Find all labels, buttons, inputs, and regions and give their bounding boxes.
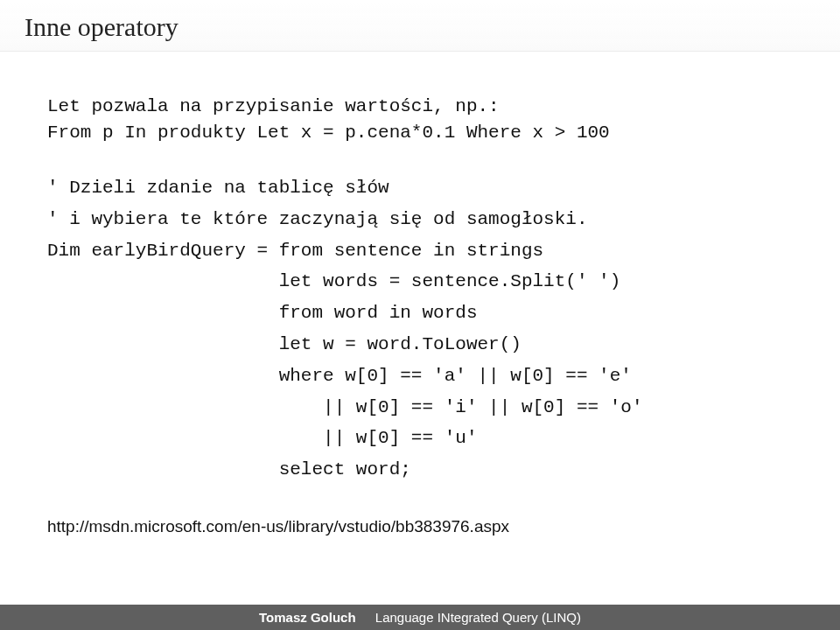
code-line-1: Dim earlyBirdQuery = from sentence in st… [47,238,793,264]
footer-author: Tomasz Goluch [259,610,356,625]
footer-author-text: Tomasz Goluch [259,610,356,625]
code-line-7: || w[0] == 'u' [47,425,793,452]
code-line-2: let words = sentence.Split(' ') [47,269,793,295]
slide-title: Inne operatory [0,0,840,52]
code-line-8: select word; [47,457,793,483]
code-line-4: let w = word.ToLower() [47,332,793,358]
reference-link: http://msdn.microsoft.com/en-us/library/… [47,514,793,539]
code-comment-1: ' Dzieli zdanie na tablicę słów [47,175,793,201]
code-line-5: where w[0] == 'a' || w[0] == 'e' [47,363,793,389]
intro-text-2: From p In produkty Let x = p.cena*0.1 Wh… [47,120,793,146]
intro-text-1: Let pozwala na przypisanie wartości, np.… [47,94,793,120]
code-comment-2: ' i wybiera te które zaczynają się od sa… [47,206,793,233]
slide-content: Let pozwala na przypisanie wartości, np.… [0,52,840,605]
slide-footer: Tomasz Goluch Language INtegrated Query … [0,605,840,630]
footer-course: Language INtegrated Query (LINQ) [375,610,581,625]
spacer [47,147,793,170]
code-line-3: from word in words [47,300,793,326]
code-line-6: || w[0] == 'i' || w[0] == 'o' [47,395,793,421]
slide: Inne operatory Let pozwala na przypisani… [0,0,840,630]
